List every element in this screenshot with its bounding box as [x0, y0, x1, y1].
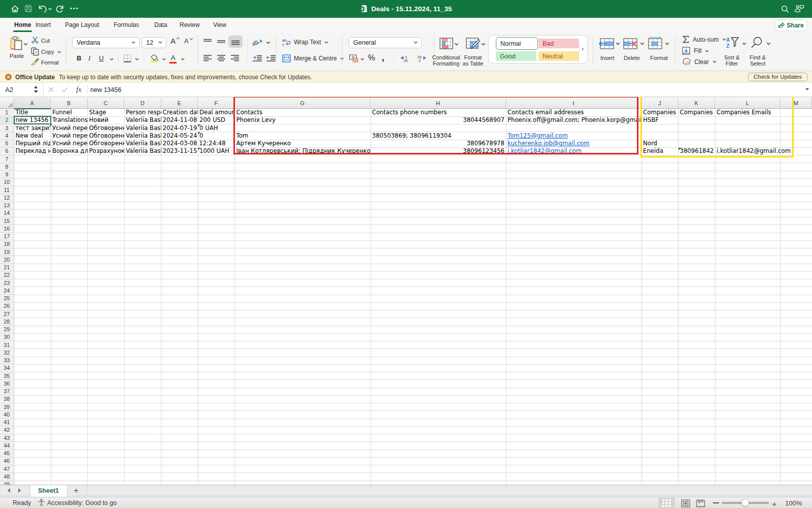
cell-B1[interactable]: Funnel	[51, 109, 88, 116]
chevron-down-icon[interactable]	[181, 58, 185, 60]
cell-B3[interactable]: Усний переклад	[51, 124, 88, 132]
cell-A5[interactable]: Перший лід	[14, 140, 51, 147]
comma-style-button[interactable]: ,	[382, 52, 384, 63]
chevron-down-icon[interactable]	[57, 51, 61, 53]
name-box-spinner[interactable]	[33, 85, 38, 93]
row-header-35[interactable]: 35	[0, 372, 14, 380]
align-right-button[interactable]	[230, 55, 240, 62]
wrap-text-button[interactable]: abc Wrap Text	[282, 38, 328, 46]
page-break-view-button[interactable]	[696, 499, 705, 507]
cut-button[interactable]	[31, 37, 39, 44]
cell-E6[interactable]: 2023-11-15	[161, 147, 198, 155]
zoom-slider-knob[interactable]	[741, 499, 749, 506]
cell-D1[interactable]: Person responsible	[124, 109, 161, 116]
check-for-updates-button[interactable]: Check for Updates	[748, 73, 807, 82]
bold-button[interactable]: B	[77, 54, 81, 62]
cut-label[interactable]: Cut	[41, 38, 50, 44]
style-normal[interactable]: Normal	[496, 37, 538, 50]
cell-D4[interactable]: Valeriia Bash	[124, 132, 161, 140]
row-header-3[interactable]: 3	[0, 124, 14, 132]
row-header-23[interactable]: 23	[0, 279, 14, 287]
find-select-label[interactable]: Find & Select	[748, 55, 768, 67]
row-header-25[interactable]: 25	[0, 295, 14, 302]
accounting-format-button[interactable]	[349, 54, 358, 62]
tab-formulas[interactable]: Formulas	[114, 21, 139, 28]
chevron-down-icon[interactable]	[266, 41, 270, 44]
row-header-43[interactable]: 43	[0, 434, 14, 442]
cell-D3[interactable]: Valeriia Bash	[124, 124, 161, 132]
cell-C6[interactable]: Розрахунок	[88, 147, 125, 155]
comments-presence-icon[interactable]	[794, 5, 805, 13]
spreadsheet-grid[interactable]: ABCDEFGHIJKLM123456789101112131415161718…	[0, 97, 812, 485]
row-header-36[interactable]: 36	[0, 380, 14, 388]
row-header-44[interactable]: 44	[0, 442, 14, 450]
cell-E2[interactable]: 2024-11-08	[161, 116, 198, 124]
cell-D6[interactable]: Valeriia Bash	[124, 147, 161, 155]
fill-handle[interactable]	[49, 123, 52, 126]
row-header-4[interactable]: 4	[0, 132, 14, 140]
cell-F4[interactable]: 0	[198, 132, 235, 140]
cell-A6[interactable]: Переклад на	[14, 147, 51, 155]
cell-B4[interactable]: Усний переклад	[51, 132, 88, 140]
row-header-1[interactable]: 1	[0, 109, 14, 116]
column-header-A[interactable]: A	[14, 98, 51, 109]
row-header-20[interactable]: 20	[0, 256, 14, 264]
chevron-down-icon[interactable]	[189, 38, 193, 40]
row-header-37[interactable]: 37	[0, 388, 14, 395]
sort-filter-label[interactable]: Sort & Filter	[722, 55, 742, 67]
column-header-F[interactable]: F	[198, 98, 235, 109]
chevron-down-icon[interactable]	[110, 58, 114, 60]
align-center-button[interactable]	[217, 55, 226, 62]
cell-F2[interactable]: 200 USD	[198, 116, 235, 124]
row-header-10[interactable]: 10	[0, 178, 14, 186]
cell-C1[interactable]: Stage	[88, 109, 125, 116]
font-size-combo[interactable]: 12	[142, 37, 166, 48]
chevron-down-icon[interactable]	[23, 43, 28, 46]
row-header-28[interactable]: 28	[0, 318, 14, 326]
row-header-16[interactable]: 16	[0, 225, 14, 233]
row-header-46[interactable]: 46	[0, 457, 14, 465]
cell-B6[interactable]: Воронка для	[51, 147, 88, 155]
align-top-button[interactable]	[203, 39, 212, 45]
row-header-32[interactable]: 32	[0, 349, 14, 357]
insert-cells-button[interactable]	[599, 38, 614, 49]
row-header-11[interactable]: 11	[0, 186, 14, 194]
merge-centre-button[interactable]: Merge & Centre	[282, 54, 344, 62]
row-header-9[interactable]: 9	[0, 171, 14, 178]
add-sheet-button[interactable]: +	[74, 486, 79, 496]
row-header-49[interactable]: 49	[0, 481, 14, 485]
borders-button[interactable]	[123, 54, 131, 62]
cell-C3[interactable]: Обговорення	[88, 124, 125, 132]
chevron-down-icon[interactable]	[640, 42, 645, 45]
decrease-decimal-button[interactable]: .00.0	[416, 54, 427, 62]
row-header-26[interactable]: 26	[0, 302, 14, 310]
align-left-button[interactable]	[203, 55, 212, 62]
cancel-icon[interactable]	[48, 87, 54, 92]
style-good[interactable]: Good	[496, 51, 536, 61]
share-button[interactable]: Share	[775, 20, 807, 31]
row-header-47[interactable]: 47	[0, 465, 14, 473]
row-header-22[interactable]: 22	[0, 271, 14, 279]
row-header-40[interactable]: 40	[0, 411, 14, 419]
decrease-indent-button[interactable]	[252, 55, 262, 62]
row-header-6[interactable]: 6	[0, 147, 14, 155]
cell-D2[interactable]: Valeriia Bash	[124, 116, 161, 124]
select-all-corner[interactable]	[0, 98, 14, 109]
column-header-D[interactable]: D	[124, 98, 161, 109]
sort-filter-button[interactable]: AZ	[726, 37, 739, 49]
row-header-30[interactable]: 30	[0, 333, 14, 341]
row-header-15[interactable]: 15	[0, 217, 14, 225]
dismiss-update-icon[interactable]	[5, 74, 12, 80]
row-header-24[interactable]: 24	[0, 287, 14, 295]
column-header-B[interactable]: B	[51, 98, 88, 109]
delete-cells-label[interactable]: Delete	[624, 55, 640, 61]
format-cells-label[interactable]: Format	[650, 55, 668, 61]
tab-insert[interactable]: Insert	[36, 21, 51, 28]
row-header-18[interactable]: 18	[0, 240, 14, 248]
increase-decimal-button[interactable]: .0.00	[399, 54, 411, 62]
zoom-out-icon[interactable]	[713, 502, 719, 504]
row-header-48[interactable]: 48	[0, 473, 14, 481]
row-header-8[interactable]: 8	[0, 163, 14, 171]
format-painter-button[interactable]	[31, 58, 39, 66]
row-header-17[interactable]: 17	[0, 233, 14, 240]
